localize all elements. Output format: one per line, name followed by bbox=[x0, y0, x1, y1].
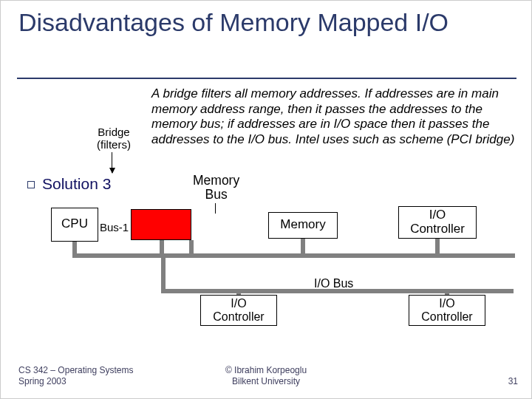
bus-segment-cpu bbox=[72, 253, 164, 258]
slide-number: 31 bbox=[508, 376, 518, 386]
io-controller-bl-l1: I/O bbox=[231, 297, 246, 310]
io-controller-top: I/O Controller bbox=[398, 206, 477, 239]
slide: Disadvantages of Memory Mapped I/O Bridg… bbox=[0, 0, 532, 399]
connector-io-top bbox=[435, 239, 440, 258]
connector-bridge-top-a bbox=[160, 240, 164, 258]
memory-bus-line bbox=[162, 253, 515, 258]
memory-box: Memory bbox=[268, 212, 338, 239]
footer-copy-l1: © Ibrahim Korpeoglu bbox=[225, 365, 307, 375]
memory-bus-label: Memory Bus bbox=[193, 174, 239, 202]
title-rule bbox=[17, 78, 516, 79]
description-text: A bridge filters all memory addresses. I… bbox=[151, 86, 515, 148]
io-controller-top-l1: I/O bbox=[429, 208, 446, 222]
bullet-square-icon bbox=[27, 181, 35, 188]
io-controller-br-l2: Controller bbox=[421, 310, 472, 323]
io-controller-top-l2: Controller bbox=[410, 222, 465, 236]
bridge-box bbox=[131, 209, 191, 240]
io-controller-br-l1: I/O bbox=[439, 297, 454, 310]
cpu-box: CPU bbox=[51, 208, 98, 242]
io-bus-label: I/O Bus bbox=[314, 277, 353, 290]
connector-bridge-top-b bbox=[189, 240, 194, 258]
io-controller-bl-l2: Controller bbox=[213, 310, 264, 323]
memory-bus-line2: Bus bbox=[205, 187, 228, 202]
connector-cpu bbox=[72, 242, 77, 258]
arrow-down-icon bbox=[112, 152, 112, 173]
slide-title: Disadvantages of Memory Mapped I/O bbox=[18, 7, 449, 38]
memory-bus-tick bbox=[215, 203, 216, 214]
footer-copy-l2: Bilkent University bbox=[232, 376, 300, 386]
io-controller-bottom-right: I/O Controller bbox=[409, 295, 485, 326]
bridge-label-line1: Bridge bbox=[98, 126, 129, 138]
io-controller-bottom-left: I/O Controller bbox=[200, 295, 277, 326]
bridge-filters-label: Bridge (filters) bbox=[91, 126, 137, 151]
footer-copyright: © Ibrahim Korpeoglu Bilkent University bbox=[1, 365, 531, 386]
bus1-label: Bus-1 bbox=[100, 221, 129, 233]
memory-bus-line1: Memory bbox=[193, 173, 239, 188]
solution-heading: Solution 3 bbox=[42, 175, 111, 193]
connector-io-a bbox=[236, 289, 241, 295]
connector-io-b bbox=[445, 289, 449, 295]
bridge-label-line2: (filters) bbox=[97, 138, 131, 151]
connector-bridge-bottom bbox=[161, 258, 166, 293]
connector-memory bbox=[301, 239, 305, 258]
